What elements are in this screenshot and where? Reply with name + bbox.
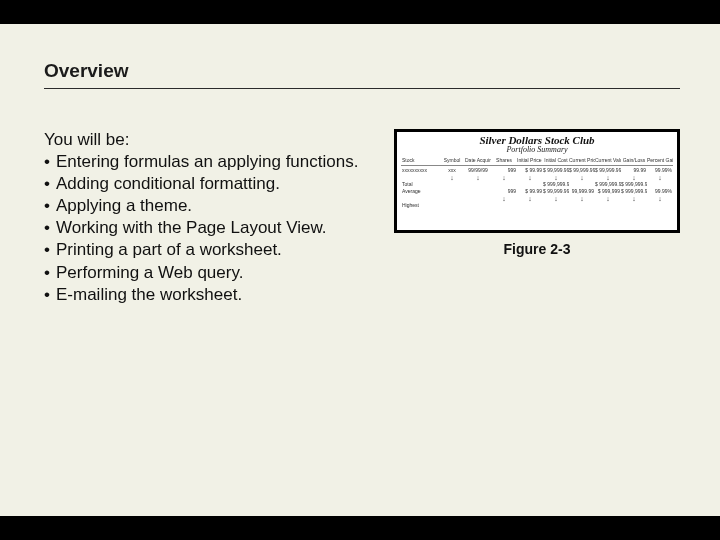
down-arrow-icon (401, 174, 439, 181)
down-arrow-icon: ↓ (569, 174, 595, 181)
bullet-item: Applying a theme. (44, 195, 368, 217)
grid-cell (543, 202, 569, 209)
figure-caption: Figure 2-3 (504, 241, 571, 257)
grid-cell: 99,999.99 (569, 188, 595, 195)
grid-cell: $ 99,999.99 (569, 166, 595, 174)
grid-cell: $ 999,999 (595, 188, 621, 195)
down-arrow-icon (439, 195, 465, 202)
grid-header-cell: Current Price Per Share (569, 158, 595, 166)
bullet-item: E-mailing the worksheet. (44, 284, 368, 306)
grid-arrow-row: ↓ ↓ ↓ ↓ ↓ ↓ ↓ (401, 195, 673, 202)
down-arrow-icon: ↓ (491, 174, 517, 181)
grid-cell: $ 99,999.99 (595, 166, 621, 174)
grid-cell: Highest (401, 202, 439, 209)
bullet-item: Performing a Web query. (44, 262, 368, 284)
figure-column: Silver Dollars Stock Club Portfolio Summ… (394, 129, 680, 257)
grid-header-cell: Date Acquired (465, 158, 491, 166)
slide-content: Overview You will be: Entering formulas … (44, 60, 680, 306)
bullet-item: Printing a part of a worksheet. (44, 239, 368, 261)
top-black-band (0, 0, 720, 24)
grid-header-row: Stock Symbol Date Acquired Shares Initia… (401, 158, 673, 166)
grid-cell: xxxxxxxxxx (401, 166, 439, 174)
figure-thumbnail: Silver Dollars Stock Club Portfolio Summ… (394, 129, 680, 233)
grid-header-cell: Stock (401, 158, 439, 166)
down-arrow-icon: ↓ (491, 195, 517, 202)
down-arrow-icon: ↓ (621, 195, 647, 202)
grid-cell: $ 99.99 (517, 188, 543, 195)
grid-cell: $ 99,999.99 (543, 166, 569, 174)
grid-cell: $ 99,999.99 (543, 188, 569, 195)
grid-cell (491, 202, 517, 209)
down-arrow-icon: ↓ (517, 174, 543, 181)
grid-cell (569, 202, 595, 209)
title-underline (44, 88, 680, 89)
grid-cell: $ 99.99 (517, 166, 543, 174)
grid-cell: 99/99/99 (465, 166, 491, 174)
down-arrow-icon: ↓ (595, 195, 621, 202)
grid-header-cell: Gain/Loss (621, 158, 647, 166)
grid-header-cell: Percent Gain/Loss (647, 158, 673, 166)
down-arrow-icon: ↓ (439, 174, 465, 181)
grid-header-cell: Shares (491, 158, 517, 166)
grid-cell: 99.99% (647, 166, 673, 174)
bullet-item: Adding conditional formatting. (44, 173, 368, 195)
grid-cell: 99.99 (621, 166, 647, 174)
down-arrow-icon: ↓ (621, 174, 647, 181)
down-arrow-icon: ↓ (465, 174, 491, 181)
grid-avg-row: Average 999 $ 99.99 $ 99,999.99 99,999.9… (401, 188, 673, 195)
grid-header-cell: Initial Cost (543, 158, 569, 166)
grid-arrow-row: ↓ ↓ ↓ ↓ ↓ ↓ ↓ ↓ ↓ (401, 174, 673, 181)
figure-grid: Stock Symbol Date Acquired Shares Initia… (401, 158, 673, 228)
grid-header-cell: Current Value (595, 158, 621, 166)
down-arrow-icon (465, 195, 491, 202)
grid-high-row: Highest (401, 202, 673, 209)
grid-cell: $ 999,999.99 (621, 188, 647, 195)
grid-cell: 999 (491, 166, 517, 174)
down-arrow-icon: ↓ (595, 174, 621, 181)
grid-cell (647, 202, 673, 209)
figure-header: Silver Dollars Stock Club Portfolio Summ… (397, 132, 677, 154)
grid-cell (465, 188, 491, 195)
grid-cell (517, 202, 543, 209)
grid-cell (621, 202, 647, 209)
bullet-list: Entering formulas an applying functions.… (44, 151, 368, 306)
text-column: You will be: Entering formulas an applyi… (44, 129, 368, 306)
down-arrow-icon (401, 195, 439, 202)
grid-cell (595, 202, 621, 209)
grid-header-cell: Symbol (439, 158, 465, 166)
figure-subtitle: Portfolio Summary (397, 146, 677, 154)
bullet-item: Working with the Page Layout View. (44, 217, 368, 239)
grid-cell (465, 202, 491, 209)
grid-header-cell: Initial Price Per Share (517, 158, 543, 166)
down-arrow-icon: ↓ (517, 195, 543, 202)
down-arrow-icon: ↓ (543, 195, 569, 202)
grid-cell: xxx (439, 166, 465, 174)
columns: You will be: Entering formulas an applyi… (44, 129, 680, 306)
lead-line: You will be: (44, 129, 368, 151)
bullet-item: Entering formulas an applying functions. (44, 151, 368, 173)
grid-cell: 999 (491, 188, 517, 195)
grid-cell (439, 188, 465, 195)
down-arrow-icon: ↓ (647, 195, 673, 202)
grid-data-row: xxxxxxxxxx xxx 99/99/99 999 $ 99.99 $ 99… (401, 166, 673, 174)
grid-cell: 99.99% (647, 188, 673, 195)
bottom-black-band (0, 516, 720, 540)
down-arrow-icon: ↓ (543, 174, 569, 181)
grid-cell (439, 202, 465, 209)
grid-cell: Average (401, 188, 439, 195)
slide-title: Overview (44, 60, 680, 86)
down-arrow-icon: ↓ (647, 174, 673, 181)
down-arrow-icon: ↓ (569, 195, 595, 202)
